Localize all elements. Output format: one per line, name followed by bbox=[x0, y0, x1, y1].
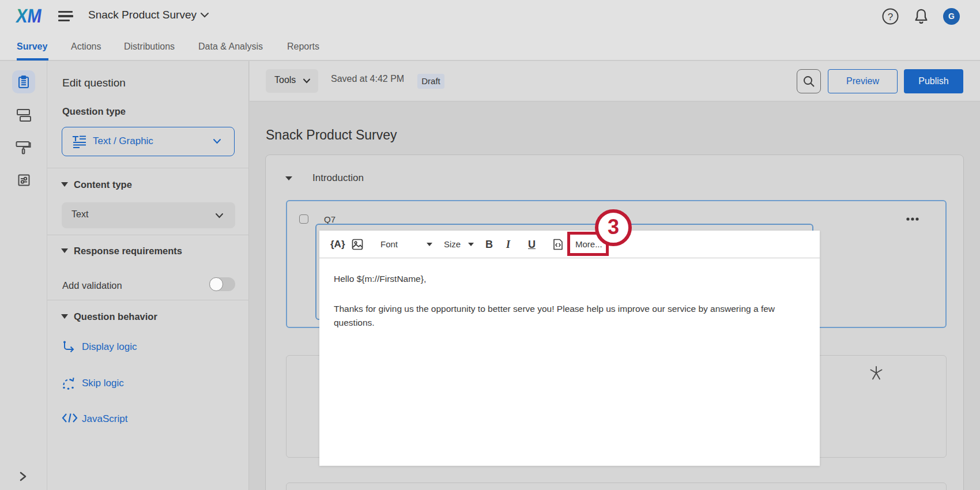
svg-text:?: ? bbox=[888, 12, 893, 22]
svg-text:XM: XM bbox=[16, 6, 43, 25]
